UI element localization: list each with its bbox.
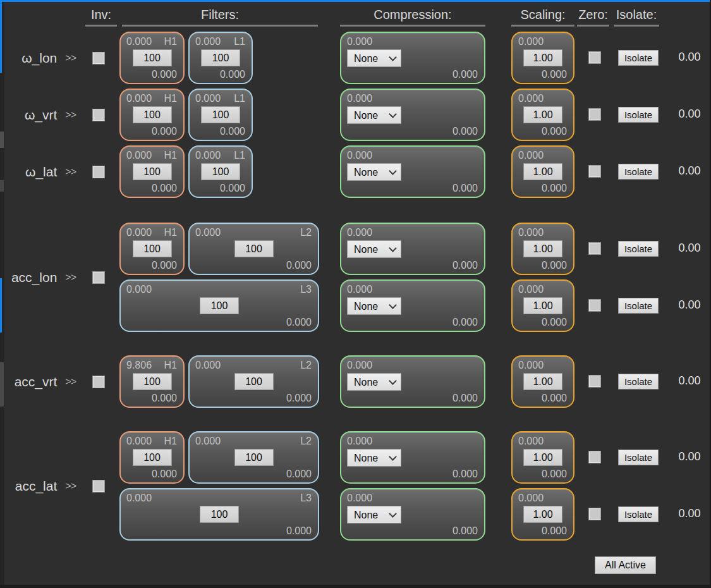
scaling-factor-input[interactable] — [523, 240, 562, 257]
compression-select-wrap: None — [347, 240, 401, 258]
compression-select[interactable]: None — [347, 240, 401, 258]
filter-cutoff-input[interactable] — [201, 49, 240, 66]
compression-box: 0.000None0.000 — [340, 32, 485, 84]
filter-output-value: 0.000 — [286, 469, 312, 480]
compression-output-value: 0.000 — [453, 393, 478, 404]
compression-output-value: 0.000 — [453, 260, 478, 271]
compression-select[interactable]: None — [347, 506, 401, 524]
scaling-factor-input[interactable] — [523, 506, 562, 523]
filter-cutoff-input[interactable] — [201, 163, 240, 180]
zero-checkbox[interactable] — [588, 375, 601, 388]
isolate-button[interactable]: Isolate — [618, 241, 659, 257]
compression-box: 0.000None0.000 — [340, 279, 485, 332]
channel-subrow: 0.000H10.0000.000L10.0000.000None0.0000.… — [0, 89, 711, 141]
header-zero: Zero: — [575, 6, 611, 23]
filter-input-value: 9.806 — [126, 360, 152, 371]
filter-cutoff-input[interactable] — [201, 106, 240, 123]
isolate-button[interactable]: Isolate — [618, 506, 659, 522]
scaling-factor-input[interactable] — [523, 449, 562, 466]
isolate-button[interactable]: Isolate — [618, 298, 659, 314]
compression-select[interactable]: None — [347, 49, 401, 67]
scaling-input-value: 0.000 — [518, 284, 544, 295]
scaling-factor-input[interactable] — [523, 106, 562, 123]
channel-subrow: 0.000L30.0000.000None0.0000.0000.000Isol… — [0, 279, 711, 332]
header-scaling: Scaling: — [509, 6, 576, 23]
filter-output-value: 0.000 — [286, 393, 312, 404]
isolate-button[interactable]: Isolate — [618, 450, 659, 465]
all-active-button[interactable]: All Active — [595, 556, 656, 574]
filter-tag: H1 — [164, 436, 177, 447]
filter-output-value: 0.000 — [286, 525, 312, 537]
compression-input-value: 0.000 — [347, 360, 372, 371]
filter-cutoff-input[interactable] — [234, 240, 274, 257]
filter-tag: H1 — [164, 93, 177, 104]
zero-checkbox[interactable] — [588, 451, 601, 463]
scaling-box: 0.0000.000 — [511, 145, 574, 198]
scaling-factor-input[interactable] — [523, 373, 562, 390]
filter-cutoff-input[interactable] — [133, 49, 172, 66]
header-compression-rule — [340, 25, 485, 27]
zero-checkbox[interactable] — [588, 108, 601, 121]
row-result-value: 0.00 — [671, 374, 708, 388]
filter-box-l3: 0.000L30.000 — [119, 488, 319, 541]
header-zero-rule — [577, 25, 609, 27]
filter-cutoff-input[interactable] — [234, 373, 274, 390]
scaling-input-value: 0.000 — [518, 360, 544, 371]
zero-checkbox[interactable] — [588, 508, 601, 520]
zero-checkbox[interactable] — [588, 51, 601, 64]
filter-tag: L3 — [300, 493, 312, 504]
zero-checkbox[interactable] — [588, 242, 601, 255]
scaling-factor-input[interactable] — [523, 297, 562, 314]
compression-select[interactable]: None — [347, 297, 401, 315]
channel-subrow: 0.000L30.0000.000None0.0000.0000.000Isol… — [0, 488, 711, 541]
filter-cutoff-input[interactable] — [133, 373, 172, 390]
filter-cutoff-input[interactable] — [200, 297, 239, 314]
scaling-input-value: 0.000 — [518, 436, 544, 447]
filter-input-value: 0.000 — [195, 150, 221, 161]
compression-output-value: 0.000 — [453, 69, 478, 80]
filter-cutoff-input[interactable] — [133, 449, 172, 466]
scaling-output-value: 0.000 — [542, 183, 567, 194]
zero-checkbox[interactable] — [588, 165, 601, 178]
scaling-box: 0.0000.000 — [511, 355, 574, 408]
compression-box: 0.000None0.000 — [340, 223, 485, 275]
compression-select[interactable]: None — [347, 373, 401, 391]
filter-input-value: 0.000 — [126, 493, 152, 504]
filter-cutoff-input[interactable] — [133, 240, 172, 257]
compression-input-value: 0.000 — [347, 493, 372, 504]
isolate-button[interactable]: Isolate — [618, 374, 659, 389]
isolate-button[interactable]: Isolate — [618, 107, 659, 123]
filter-cutoff-input[interactable] — [133, 163, 172, 180]
compression-select-wrap: None — [347, 449, 401, 467]
isolate-button[interactable]: Isolate — [618, 50, 659, 66]
scaling-output-value: 0.000 — [542, 69, 567, 80]
filter-tag: L1 — [234, 36, 245, 47]
header-isolate: Isolate: — [612, 6, 660, 23]
filter-input-value: 0.000 — [195, 360, 221, 371]
compression-select-wrap: None — [347, 49, 401, 67]
scaling-input-value: 0.000 — [518, 227, 544, 238]
filter-cutoff-input[interactable] — [234, 449, 274, 466]
header-scaling-rule — [511, 25, 574, 27]
compression-select[interactable]: None — [347, 449, 401, 467]
scaling-factor-input[interactable] — [523, 49, 562, 66]
scaling-factor-input[interactable] — [523, 163, 562, 180]
compression-output-value: 0.000 — [453, 183, 478, 194]
zero-checkbox[interactable] — [588, 299, 601, 312]
compression-select[interactable]: None — [347, 106, 401, 124]
compression-box: 0.000None0.000 — [340, 488, 485, 541]
channel-subrow: 0.000H10.0000.000L20.0000.000None0.0000.… — [0, 223, 711, 275]
filter-box-l3: 0.000L30.000 — [119, 279, 319, 332]
compression-output-value: 0.000 — [453, 469, 478, 480]
filter-tag: L2 — [300, 436, 312, 447]
filter-cutoff-input[interactable] — [133, 106, 172, 123]
filter-input-value: 0.000 — [126, 36, 152, 47]
compression-select[interactable]: None — [347, 163, 401, 181]
row-result-value: 0.00 — [671, 450, 708, 463]
filter-output-value: 0.000 — [286, 260, 312, 271]
filter-cutoff-input[interactable] — [200, 506, 239, 523]
filter-output-value: 0.000 — [220, 126, 245, 137]
filter-input-value: 0.000 — [126, 93, 152, 104]
filter-input-value: 0.000 — [195, 227, 221, 238]
isolate-button[interactable]: Isolate — [618, 164, 659, 180]
